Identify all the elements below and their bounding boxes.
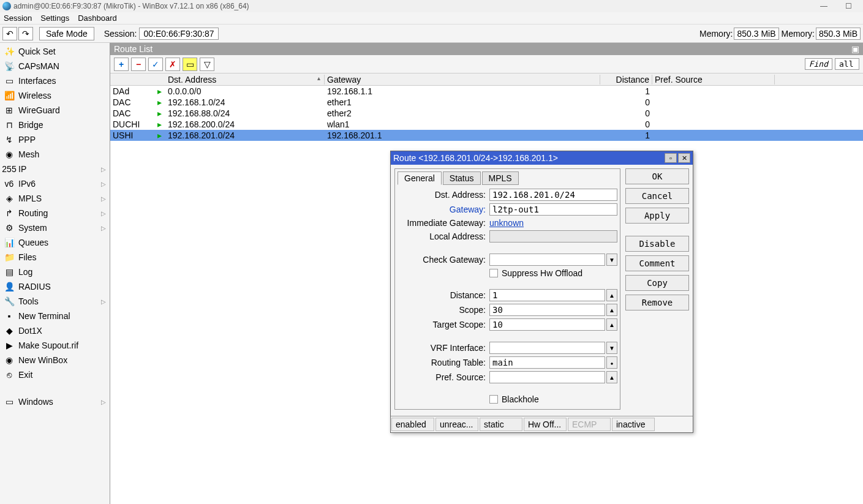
pref-source-spinner-icon[interactable]: ▲ (606, 371, 617, 383)
add-button[interactable]: + (114, 58, 129, 71)
sidebar-item-label: Make Supout.rif (18, 340, 78, 350)
tab-mpls[interactable]: MPLS (482, 171, 519, 185)
sidebar-icon: v6 (4, 178, 15, 189)
safe-mode-button[interactable]: Safe Mode (39, 27, 94, 40)
sidebar-icon: ▤ (4, 266, 15, 277)
input-distance[interactable] (489, 289, 605, 301)
sidebar-item-mpls[interactable]: ◈MPLS▷ (0, 191, 110, 206)
input-target-scope[interactable] (489, 318, 605, 331)
dialog-close-button[interactable]: ✕ (678, 153, 690, 163)
input-scope[interactable] (489, 304, 605, 316)
menu-session[interactable]: Session (4, 13, 32, 23)
table-row[interactable]: DAC ▸ 192.168.88.0/24 ether2 0 (110, 108, 863, 119)
sidebar-item-radius[interactable]: 👤RADIUS (0, 279, 110, 294)
menu-dashboard[interactable]: Dashboard (78, 13, 117, 23)
input-pref-source[interactable] (489, 371, 605, 383)
sidebar-item-make-supout.rif[interactable]: ▶Make Supout.rif (0, 338, 110, 353)
label-check-gateway: Check Gateway: (398, 255, 489, 265)
sidebar-item-new-winbox[interactable]: ◉New WinBox (0, 353, 110, 367)
sidebar-item-log[interactable]: ▤Log (0, 265, 110, 279)
sidebar-icon: ⎋ (4, 369, 15, 380)
dialog-minimize-button[interactable]: ▫ (665, 153, 677, 163)
col-dist[interactable]: Distance (600, 75, 652, 85)
input-gateway[interactable] (489, 203, 617, 216)
filter-all[interactable]: all (835, 58, 859, 70)
comment-button[interactable]: ▭ (183, 58, 197, 71)
maximize-button[interactable]: ☐ (836, 1, 861, 12)
sidebar-item-ipv6[interactable]: v6IPv6▷ (0, 176, 110, 191)
col-dst[interactable]: Dst. Address (165, 75, 325, 85)
sidebar-item-routing[interactable]: ↱Routing▷ (0, 206, 110, 220)
sidebar-item-interfaces[interactable]: ▭Interfaces (0, 73, 110, 88)
scope-spinner-icon[interactable]: ▲ (606, 304, 617, 316)
disable-button[interactable]: Disable (625, 236, 689, 252)
sidebar-item-quick-set[interactable]: ✨Quick Set (0, 44, 110, 59)
col-src[interactable]: Pref. Source (652, 75, 775, 85)
checkbox-blackhole[interactable] (489, 395, 498, 404)
input-check-gateway[interactable] (489, 254, 605, 266)
tab-general[interactable]: General (398, 171, 442, 185)
undo-button[interactable]: ↶ (2, 27, 17, 40)
input-vrf[interactable] (489, 342, 605, 354)
input-routing-table[interactable] (489, 356, 605, 369)
value-imm-gateway[interactable]: unknown (489, 218, 524, 228)
sidebar-item-capsman[interactable]: 📡CAPsMAN (0, 59, 110, 73)
status-cell: Hw Off... (524, 418, 567, 431)
col-gw[interactable]: Gateway (325, 75, 600, 85)
sidebar-item-wireguard[interactable]: ⊞WireGuard (0, 103, 110, 118)
enable-button[interactable]: ✓ (148, 58, 163, 71)
sidebar-item-system[interactable]: ⚙System▷ (0, 220, 110, 235)
sidebar-item-files[interactable]: 📁Files (0, 250, 110, 265)
ok-button[interactable]: OK (625, 168, 689, 184)
target-scope-spinner-icon[interactable]: ▲ (606, 318, 617, 331)
distance-spinner-icon[interactable]: ▲ (606, 289, 617, 301)
table-row[interactable]: DAd ▸ 0.0.0.0/0 192.168.1.1 1 (110, 86, 863, 97)
memory-label: Memory: (699, 29, 733, 39)
sidebar-item-windows[interactable]: ▭Windows▷ (0, 394, 110, 409)
sidebar-item-ip[interactable]: 255IP▷ (0, 162, 110, 176)
filter-button[interactable]: ▽ (200, 58, 214, 71)
tab-status[interactable]: Status (443, 171, 481, 185)
find-button[interactable]: Find (805, 58, 832, 70)
sidebar-item-label: New Terminal (18, 311, 70, 321)
remove-button[interactable]: − (131, 58, 146, 71)
route-table-header[interactable]: Dst. Address Gateway Distance Pref. Sour… (110, 73, 863, 86)
sidebar-icon: 📁 (4, 252, 15, 263)
sidebar-item-ppp[interactable]: ↯PPP (0, 132, 110, 147)
label-gateway: Gateway: (398, 205, 489, 214)
sidebar-icon: 👤 (4, 281, 15, 292)
copy-button[interactable]: Copy (625, 275, 689, 291)
sidebar-item-exit[interactable]: ⎋Exit (0, 367, 110, 382)
main-area: Route List ▣ + − ✓ ✗ ▭ ▽ Find all Dst. A… (110, 43, 863, 504)
menu-settings[interactable]: Settings (40, 13, 69, 23)
minimize-button[interactable]: — (812, 1, 836, 12)
table-row[interactable]: DUCHI ▸ 192.168.200.0/24 wlan1 0 (110, 119, 863, 130)
input-local-address[interactable] (489, 230, 617, 243)
label-distance: Distance: (398, 290, 489, 300)
input-dst[interactable] (489, 189, 617, 201)
apply-button[interactable]: Apply (625, 208, 689, 224)
route-dialog-titlebar[interactable]: Route <192.168.201.0/24->192.168.201.1> … (391, 151, 693, 165)
routing-table-dropdown-icon[interactable]: ⬥ (606, 356, 617, 369)
checkbox-suppress[interactable] (489, 269, 498, 277)
sidebar-item-dot1x[interactable]: ◆Dot1X (0, 323, 110, 338)
sidebar-item-label: Interfaces (18, 76, 56, 86)
table-row[interactable]: DAC ▸ 192.168.1.0/24 ether1 0 (110, 97, 863, 108)
comment-button[interactable]: Comment (625, 255, 689, 271)
sidebar-item-new-terminal[interactable]: ▪New Terminal (0, 309, 110, 323)
sidebar-item-label: System (18, 223, 47, 233)
sidebar-item-mesh[interactable]: ◉Mesh (0, 147, 110, 162)
redo-button[interactable]: ↷ (18, 27, 33, 40)
label-blackhole: Blackhole (502, 394, 539, 404)
remove-button[interactable]: Remove (625, 295, 689, 310)
route-list-menu-icon[interactable]: ▣ (851, 44, 859, 54)
disable-button[interactable]: ✗ (165, 58, 180, 71)
sidebar-item-wireless[interactable]: 📶Wireless (0, 88, 110, 103)
sidebar-item-bridge[interactable]: ⊓Bridge (0, 118, 110, 132)
table-row[interactable]: USHI ▸ 192.168.201.0/24 192.168.201.1 1 (110, 130, 863, 141)
vrf-dropdown-icon[interactable]: ▼ (606, 342, 617, 354)
sidebar-item-tools[interactable]: 🔧Tools▷ (0, 294, 110, 309)
check-gateway-dropdown-icon[interactable]: ▼ (606, 254, 617, 266)
cancel-button[interactable]: Cancel (625, 188, 689, 204)
sidebar-item-queues[interactable]: 📊Queues (0, 235, 110, 250)
